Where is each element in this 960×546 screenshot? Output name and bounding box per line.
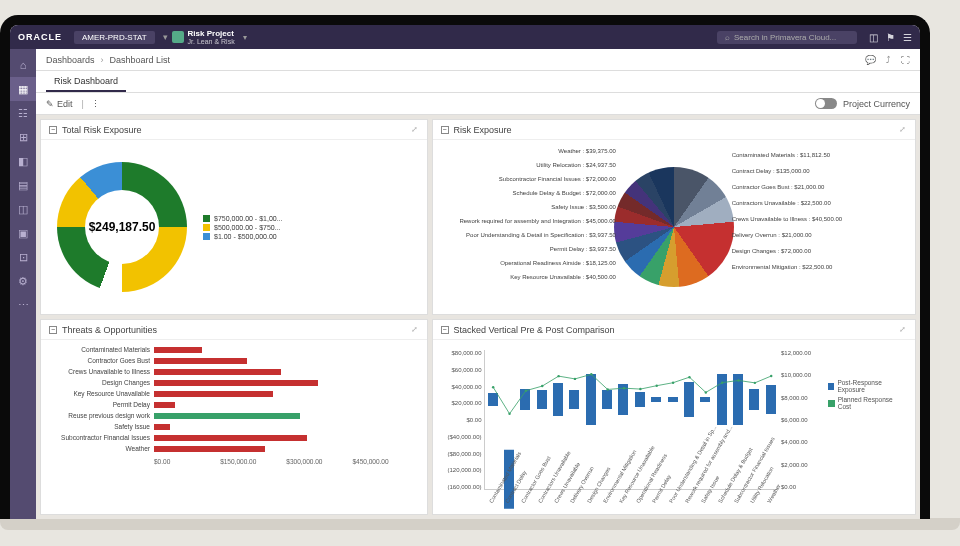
- sidebar-item-3[interactable]: ☷: [10, 101, 36, 125]
- app-header: ORACLE AMER-PRD-STAT ▾ Risk Project Jr. …: [10, 25, 920, 49]
- tab-risk-dashboard[interactable]: Risk Dashboard: [46, 72, 126, 92]
- svg-point-7: [606, 388, 608, 390]
- card-title: Total Risk Exposure: [62, 125, 142, 135]
- pencil-icon: ✎: [46, 99, 54, 109]
- toolbar: ✎ Edit | ⋮ Project Currency: [36, 93, 920, 115]
- notifications-icon[interactable]: ◫: [869, 32, 878, 43]
- project-selector[interactable]: Risk Project Jr. Lean & Risk ▾: [172, 29, 247, 45]
- collapse-icon[interactable]: −: [49, 326, 57, 334]
- svg-point-5: [573, 378, 575, 380]
- search-icon: ⌕: [725, 33, 730, 42]
- tab-bar: Risk Dashboard: [36, 71, 920, 93]
- sidebar-home[interactable]: ⌂: [10, 53, 36, 77]
- sidebar-item-6[interactable]: ▤: [10, 173, 36, 197]
- donut-legend: $750,000.00 - $1,00...$500,000.00 - $750…: [203, 213, 283, 242]
- svg-point-16: [753, 382, 755, 384]
- fullscreen-icon[interactable]: ⛶: [901, 55, 910, 65]
- svg-point-14: [720, 381, 722, 383]
- svg-point-4: [557, 375, 559, 377]
- currency-toggle[interactable]: [815, 98, 837, 109]
- toolbar-menu-icon[interactable]: ⋮: [91, 99, 100, 109]
- svg-point-3: [541, 385, 543, 387]
- alerts-icon[interactable]: ⚑: [886, 32, 895, 43]
- svg-point-12: [688, 376, 690, 378]
- maximize-icon[interactable]: ⤢: [899, 125, 907, 134]
- sidebar: ⌂ ▦ ☷ ⊞ ◧ ▤ ◫ ▣ ⊡ ⚙ ⋯: [10, 49, 36, 519]
- breadcrumb-current[interactable]: Dashboard List: [110, 55, 171, 65]
- card-total-risk: −Total Risk Exposure⤢ $249,187.50 $750,0…: [40, 119, 428, 315]
- brand-logo: ORACLE: [18, 32, 62, 42]
- comment-icon[interactable]: 💬: [865, 55, 876, 65]
- card-stacked: −Stacked Vertical Pre & Post Comparison⤢…: [432, 319, 916, 515]
- svg-point-13: [704, 391, 706, 393]
- svg-point-0: [491, 386, 493, 388]
- currency-label: Project Currency: [843, 99, 910, 109]
- breadcrumb-root[interactable]: Dashboards: [46, 55, 95, 65]
- share-icon[interactable]: ⤴: [886, 55, 891, 65]
- svg-point-6: [590, 373, 592, 375]
- sidebar-settings[interactable]: ⚙: [10, 269, 36, 293]
- maximize-icon[interactable]: ⤢: [411, 125, 419, 134]
- svg-point-8: [622, 387, 624, 389]
- sidebar-item-5[interactable]: ◧: [10, 149, 36, 173]
- user-icon[interactable]: ☰: [903, 32, 912, 43]
- svg-point-1: [508, 413, 510, 415]
- sidebar-item-9[interactable]: ⊡: [10, 245, 36, 269]
- donut-total: $249,187.50: [57, 162, 187, 292]
- svg-point-2: [524, 389, 526, 391]
- maximize-icon[interactable]: ⤢: [411, 325, 419, 334]
- card-title: Risk Exposure: [454, 125, 512, 135]
- collapse-icon[interactable]: −: [441, 326, 449, 334]
- card-threats: −Threats & Opportunities⤢ Contaminated M…: [40, 319, 428, 515]
- card-risk-exposure: −Risk Exposure⤢ Weather : $39,375.00Util…: [432, 119, 916, 315]
- edit-button[interactable]: ✎ Edit | ⋮: [46, 99, 100, 109]
- sidebar-more[interactable]: ⋯: [10, 293, 36, 317]
- svg-point-17: [770, 375, 772, 377]
- svg-point-15: [737, 379, 739, 381]
- stacked-chart: Contaminated MaterialsContract DelayCont…: [484, 350, 779, 490]
- svg-point-11: [671, 381, 673, 383]
- search-input[interactable]: ⌕ Search in Primavera Cloud...: [717, 31, 857, 44]
- sidebar-item-4[interactable]: ⊞: [10, 125, 36, 149]
- card-title: Stacked Vertical Pre & Post Comparison: [454, 325, 615, 335]
- card-title: Threats & Opportunities: [62, 325, 157, 335]
- svg-point-10: [655, 384, 657, 386]
- env-badge[interactable]: AMER-PRD-STAT: [74, 31, 155, 44]
- breadcrumb: Dashboards › Dashboard List 💬 ⤴ ⛶: [36, 49, 920, 71]
- donut-chart: $249,187.50: [57, 162, 187, 292]
- sidebar-item-7[interactable]: ◫: [10, 197, 36, 221]
- collapse-icon[interactable]: −: [441, 126, 449, 134]
- sidebar-dashboards[interactable]: ▦: [10, 77, 36, 101]
- svg-point-9: [639, 388, 641, 390]
- collapse-icon[interactable]: −: [49, 126, 57, 134]
- project-icon: [172, 31, 184, 43]
- sidebar-item-8[interactable]: ▣: [10, 221, 36, 245]
- maximize-icon[interactable]: ⤢: [899, 325, 907, 334]
